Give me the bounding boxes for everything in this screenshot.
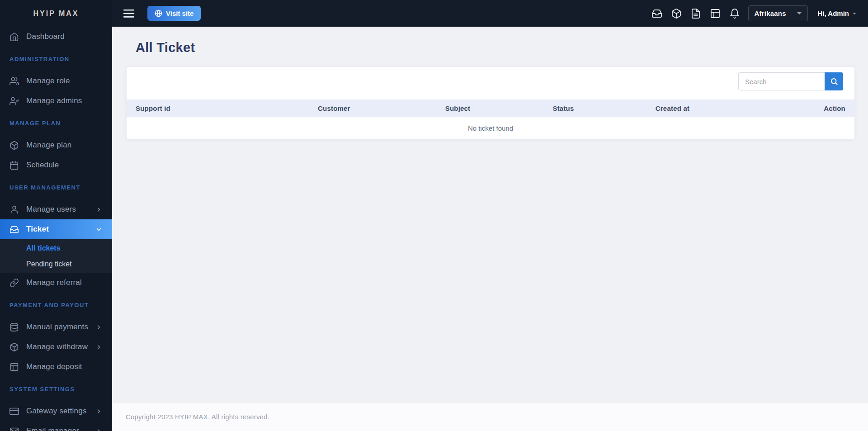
sidebar-item-schedule[interactable]: Schedule <box>0 155 112 175</box>
sidebar-item-manage-admins[interactable]: Manage admins <box>0 91 112 111</box>
sidebar-item-manage-role[interactable]: Manage role <box>0 71 112 91</box>
chevron-right-icon <box>95 206 102 213</box>
link-icon <box>9 278 19 288</box>
search-input[interactable] <box>738 72 825 90</box>
visit-site-label: Visit site <box>166 9 193 17</box>
page-content: All Ticket <box>112 27 868 402</box>
empty-row: No ticket found <box>127 117 854 139</box>
main-area: All Ticket <box>112 27 868 431</box>
brand-logo: HYIP MAX <box>0 0 112 27</box>
inbox-icon <box>9 225 19 234</box>
sidebar-item-dashboard[interactable]: Dashboard <box>0 27 112 47</box>
search-icon <box>830 77 838 85</box>
mail-icon <box>9 426 19 431</box>
th-subject: Subject <box>396 99 520 117</box>
calendar-icon <box>9 161 19 170</box>
sidebar-item-manual-payments[interactable]: Manual payments <box>0 317 112 337</box>
database-icon <box>9 322 19 332</box>
box-icon <box>9 141 19 150</box>
sidebar-subitem-all-tickets[interactable]: All tickets <box>0 240 112 256</box>
table-header-row: Support id Customer Subject Status Creat… <box>127 99 854 117</box>
user-icon <box>9 205 19 214</box>
sidebar-item-manage-deposit[interactable]: Manage deposit <box>0 357 112 377</box>
sidebar-item-manage-plan[interactable]: Manage plan <box>0 135 112 155</box>
th-status: Status <box>519 99 607 117</box>
page-title: All Ticket <box>136 40 854 55</box>
sidebar: HYIP MAX Dashboard ADMINISTRATION Manage… <box>0 0 112 431</box>
th-created-at: Created at <box>607 99 738 117</box>
globe-icon <box>155 9 162 17</box>
th-action: Action <box>738 99 854 117</box>
bell-icon <box>729 8 740 19</box>
topbar-right: Afrikaans Hi, Admin <box>643 5 856 21</box>
tickets-table: Support id Customer Subject Status Creat… <box>127 99 854 139</box>
sidebar-item-ticket[interactable]: Ticket <box>0 219 112 239</box>
reports-shortcut-button[interactable] <box>690 8 701 19</box>
chevron-right-icon <box>95 428 102 431</box>
credit-card-icon <box>9 407 19 416</box>
footer: Copyright 2023 HYIP MAX. All rights rese… <box>112 402 868 431</box>
sidebar-item-email-manager[interactable]: Email manager <box>0 421 112 431</box>
deposits-shortcut-button[interactable] <box>710 8 721 19</box>
user-check-icon <box>9 96 19 106</box>
tickets-card: Support id Customer Subject Status Creat… <box>127 67 854 139</box>
layout-icon <box>710 8 721 19</box>
th-customer: Customer <box>272 99 396 117</box>
search-button[interactable] <box>825 72 843 90</box>
section-manage-plan: MANAGE PLAN <box>0 111 112 135</box>
sidebar-nav: Dashboard ADMINISTRATION Manage role Man… <box>0 27 112 431</box>
file-text-icon <box>690 8 701 19</box>
sidebar-subitem-pending-ticket[interactable]: Pending ticket <box>0 256 112 272</box>
search-group <box>738 72 843 90</box>
chevron-right-icon <box>95 324 102 331</box>
section-payment-and-payout: PAYMENT AND PAYOUT <box>0 293 112 317</box>
sidebar-item-gateway-settings[interactable]: Gateway settings <box>0 401 112 421</box>
section-administration: ADMINISTRATION <box>0 47 112 71</box>
package-icon <box>671 8 682 19</box>
user-menu-label: Hi, Admin <box>818 9 849 17</box>
section-system-settings: SYSTEM SETTINGS <box>0 377 112 401</box>
user-menu[interactable]: Hi, Admin <box>818 9 856 17</box>
card-toolbar <box>127 67 854 99</box>
layout-icon <box>9 362 19 372</box>
section-user-management: USER MANAGEMENT <box>0 175 112 199</box>
hamburger-icon <box>123 9 135 19</box>
footer-copyright: Copyright 2023 HYIP MAX. All rights rese… <box>126 413 269 421</box>
notifications-button[interactable] <box>729 8 740 19</box>
visit-site-button[interactable]: Visit site <box>147 6 201 21</box>
menu-toggle-button[interactable] <box>123 9 135 19</box>
plans-shortcut-button[interactable] <box>671 8 682 19</box>
package-icon <box>9 342 19 352</box>
sidebar-item-manage-users[interactable]: Manage users <box>0 199 112 219</box>
chevron-down-icon <box>95 226 102 233</box>
caret-down-icon <box>853 13 856 14</box>
inbox-icon <box>651 8 662 19</box>
language-select[interactable]: Afrikaans <box>748 5 808 21</box>
empty-message: No ticket found <box>127 117 854 139</box>
caret-down-icon <box>797 12 802 14</box>
sidebar-item-manage-withdraw[interactable]: Manage withdraw <box>0 337 112 357</box>
tickets-inbox-button[interactable] <box>651 8 662 19</box>
sidebar-item-manage-referral[interactable]: Manage referral <box>0 273 112 293</box>
chevron-right-icon <box>95 344 102 350</box>
language-selected-value: Afrikaans <box>755 9 786 17</box>
home-icon <box>9 32 19 42</box>
th-support-id: Support id <box>127 99 272 117</box>
users-icon <box>9 76 19 86</box>
ticket-submenu: All tickets Pending ticket <box>0 239 112 273</box>
topbar: Visit site Afrik <box>112 0 868 27</box>
chevron-right-icon <box>95 408 102 415</box>
